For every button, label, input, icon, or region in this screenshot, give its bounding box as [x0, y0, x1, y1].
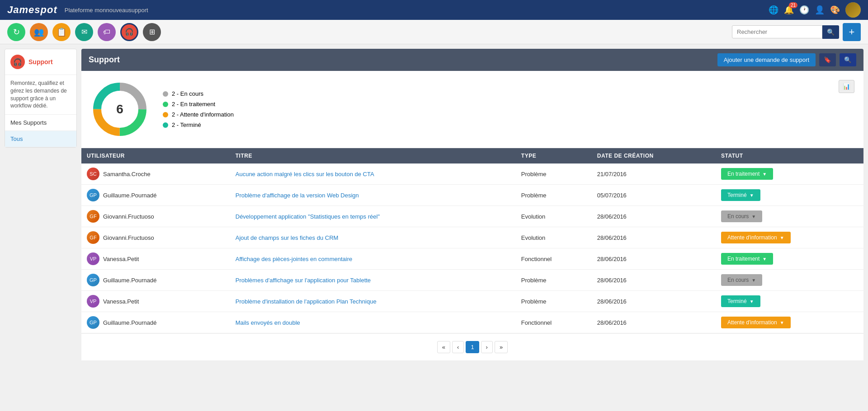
sidebar-support-icon: 🎧	[10, 55, 25, 69]
table-wrapper: UTILISATEUR TITRE TYPE DATE DE CRÉATION …	[81, 148, 863, 333]
bookmark-button[interactable]: 🔖	[819, 53, 836, 66]
chevron-icon-7: ▼	[780, 320, 784, 325]
nav-btn-support[interactable]: 🎧	[120, 23, 138, 41]
chevron-icon-4: ▼	[762, 257, 767, 262]
cell-type-2: Evolution	[516, 206, 592, 227]
nav-btn-refresh[interactable]: ↻	[7, 23, 25, 41]
ticket-link-7[interactable]: Mails envoyés en double	[236, 319, 300, 326]
nav-btn-mail[interactable]: ✉	[75, 23, 93, 41]
page-first[interactable]: «	[437, 341, 450, 353]
cell-user-5: GP Guillaume.Pournadé	[81, 270, 230, 291]
cell-type-6: Problème	[516, 291, 592, 312]
user-name-2: Giovanni.Fructuoso	[103, 213, 154, 220]
content: Support Ajouter une demande de support 🔖…	[81, 49, 863, 360]
status-button-2[interactable]: En cours ▼	[721, 210, 762, 222]
cell-user-3: GF Giovanni.Fructuoso	[81, 227, 230, 248]
table-row: GP Guillaume.Pournadé Problèmes d'affich…	[81, 270, 863, 291]
cell-title-5[interactable]: Problèmes d'affichage sur l'application …	[230, 270, 516, 291]
status-button-3[interactable]: Attente d'information ▼	[721, 232, 791, 243]
cell-title-4[interactable]: Affichage des pièces-jointes en commenta…	[230, 248, 516, 270]
avatar[interactable]	[845, 2, 861, 18]
add-global-button[interactable]: +	[843, 23, 861, 41]
cell-title-1[interactable]: Problème d'affichage de la version Web D…	[230, 185, 516, 206]
cell-user-2: GF Giovanni.Fructuoso	[81, 206, 230, 227]
nav-btn-people[interactable]: 👥	[30, 23, 48, 41]
cell-title-0[interactable]: Aucune action malgré les clics sur les b…	[230, 163, 516, 185]
cell-title-3[interactable]: Ajout de champs sur les fiches du CRM	[230, 227, 516, 248]
page-next[interactable]: ›	[481, 341, 493, 353]
chevron-icon-3: ▼	[780, 235, 784, 240]
nav-btn-grid[interactable]: ⊞	[143, 23, 161, 41]
cell-date-1: 05/07/2016	[592, 185, 716, 206]
user-name-6: Vanessa.Petit	[103, 298, 139, 305]
cell-status-1: Terminé ▼	[716, 185, 863, 206]
legend-label-en-cours: 2 - En cours	[172, 90, 203, 97]
globe-icon[interactable]: 🌐	[769, 5, 778, 15]
user-avatar-2: GF	[87, 210, 99, 223]
status-button-7[interactable]: Attente d'information ▼	[721, 317, 791, 328]
cell-user-1: GP Guillaume.Pournadé	[81, 185, 230, 206]
legend-dot-orange	[163, 112, 168, 117]
status-button-1[interactable]: Terminé ▼	[721, 189, 760, 201]
page-last[interactable]: »	[495, 341, 508, 353]
ticket-link-0[interactable]: Aucune action malgré les clics sur les b…	[236, 171, 374, 177]
search-input[interactable]	[732, 25, 822, 38]
user-name-0: Samantha.Croche	[103, 171, 151, 177]
user-icon[interactable]: 👤	[815, 5, 825, 15]
legend-attente: 2 - Attente d'information	[163, 111, 234, 118]
table-row: GP Guillaume.Pournadé Mails envoyés en d…	[81, 312, 863, 333]
cell-date-3: 28/06/2016	[592, 227, 716, 248]
user-name-1: Guillaume.Pournadé	[103, 192, 157, 199]
chevron-icon-6: ▼	[750, 299, 754, 304]
cell-type-4: Fonctionnel	[516, 248, 592, 270]
cell-title-6[interactable]: Problème d'installation de l'application…	[230, 291, 516, 312]
ticket-link-5[interactable]: Problèmes d'affichage sur l'application …	[236, 277, 371, 284]
cell-user-6: VP Vanessa.Petit	[81, 291, 230, 312]
user-avatar-3: GF	[87, 231, 99, 244]
cell-date-7: 28/06/2016	[592, 312, 716, 333]
search-box: 🔍 +	[732, 23, 861, 41]
nav-btn-tasks[interactable]: 📋	[52, 23, 71, 41]
ticket-link-2[interactable]: Développement application "Statistiques …	[236, 213, 380, 220]
chevron-icon-5: ▼	[751, 278, 756, 283]
status-button-0[interactable]: En traitement ▼	[721, 168, 773, 180]
ticket-link-3[interactable]: Ajout de champs sur les fiches du CRM	[236, 234, 339, 241]
ticket-link-4[interactable]: Affichage des pièces-jointes en commenta…	[236, 256, 352, 262]
notification-icon[interactable]: 🔔 21	[784, 5, 794, 15]
status-button-4[interactable]: En traitement ▼	[721, 253, 773, 265]
col-utilisateur: UTILISATEUR	[81, 148, 230, 163]
page-prev[interactable]: ‹	[452, 341, 464, 353]
sidebar-title: Support	[28, 58, 53, 65]
status-button-6[interactable]: Terminé ▼	[721, 295, 760, 307]
sidebar-item-mes-supports[interactable]: Mes Supports	[5, 115, 76, 131]
content-search-button[interactable]: 🔍	[840, 53, 856, 66]
status-button-5[interactable]: En cours ▼	[721, 274, 762, 286]
legend-termine: 2 - Terminé	[163, 121, 234, 128]
donut-chart: 6	[90, 80, 149, 139]
table-header-row: UTILISATEUR TITRE TYPE DATE DE CRÉATION …	[81, 148, 863, 163]
palette-icon[interactable]: 🎨	[830, 5, 840, 15]
col-date: DATE DE CRÉATION	[592, 148, 716, 163]
export-excel-button[interactable]: 📊	[839, 80, 854, 93]
cell-type-1: Problème	[516, 185, 592, 206]
clock-icon[interactable]: 🕐	[799, 5, 809, 15]
user-name-4: Vanessa.Petit	[103, 256, 139, 262]
ticket-link-1[interactable]: Problème d'affichage de la version Web D…	[236, 192, 359, 199]
page-current[interactable]: 1	[466, 341, 479, 353]
sidebar-item-tous[interactable]: Tous	[5, 131, 76, 147]
cell-date-2: 28/06/2016	[592, 206, 716, 227]
sidebar-header: 🎧 Support	[5, 49, 76, 75]
pagination: « ‹ 1 › »	[81, 333, 863, 360]
search-button[interactable]: 🔍	[822, 25, 839, 39]
cell-status-7: Attente d'information ▼	[716, 312, 863, 333]
nav-btn-tag[interactable]: 🏷	[98, 23, 116, 41]
sidebar-description: Remontez, qualifiez et gérez les demande…	[5, 75, 76, 115]
legend-dot-cyan	[163, 122, 168, 128]
user-name-5: Guillaume.Pournadé	[103, 277, 157, 284]
top-nav: Jamespot Plateforme monnouveausupport 🌐 …	[0, 0, 868, 20]
cell-user-0: SC Samantha.Croche	[81, 163, 230, 185]
cell-title-7[interactable]: Mails envoyés en double	[230, 312, 516, 333]
cell-title-2[interactable]: Développement application "Statistiques …	[230, 206, 516, 227]
add-support-button[interactable]: Ajouter une demande de support	[717, 53, 816, 66]
ticket-link-6[interactable]: Problème d'installation de l'application…	[236, 298, 377, 305]
